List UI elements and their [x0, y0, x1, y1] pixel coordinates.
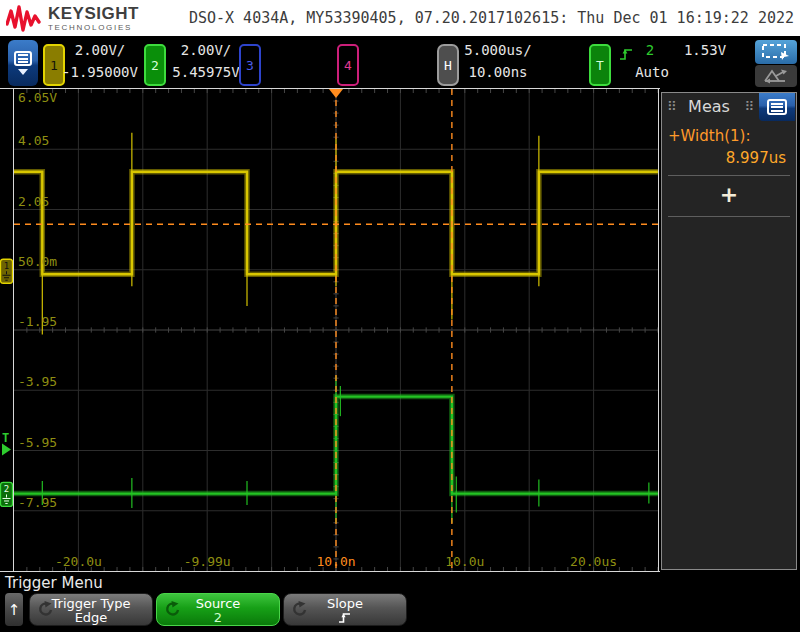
channel-3-button[interactable]: 3 [239, 44, 261, 86]
up-arrow-icon: ↑ [8, 601, 21, 619]
menu-back-button[interactable]: ↑ [5, 593, 23, 626]
v-scale-label: -1.95 [18, 315, 57, 329]
brand-sub: TECHNOLOGIES [48, 24, 139, 32]
channel-2-button[interactable]: 2 [144, 44, 166, 86]
v-scale-label: 2.05 [18, 195, 49, 209]
hamburger-icon [767, 99, 787, 115]
t-scale-label: 10.0n [306, 555, 366, 569]
rising-edge-icon [619, 46, 635, 62]
drag-handle-icon[interactable]: ⠿ [744, 99, 754, 114]
softkey-menu: Trigger Menu ↑ Trigger Type Edge Source … [0, 572, 800, 632]
status-bar: 1 2.00V/ -1.95000V 2 2.00V/ 5.45975V 3 4… [0, 36, 800, 88]
ch2-ground-marker[interactable]: 2 [1, 482, 13, 506]
marker-strip: 12T [0, 89, 13, 571]
separator [668, 216, 790, 217]
v-scale-label: -5.95 [18, 436, 57, 450]
svg-text:1: 1 [4, 261, 9, 271]
softkey-slope[interactable]: Slope [283, 593, 407, 626]
top-bar: KEYSIGHT TECHNOLOGIES DSO-X 4034A, MY533… [0, 0, 800, 36]
keysight-spark-icon [6, 4, 42, 32]
trigger-time-marker[interactable] [329, 89, 343, 98]
v-scale-label: 4.05 [18, 134, 49, 148]
measurement-panel-title: Meas [662, 97, 756, 116]
hamburger-icon [14, 51, 32, 66]
trigger-source: 2 [642, 42, 658, 58]
channel-4-button[interactable]: 4 [337, 44, 359, 86]
rotate-knob-icon [164, 600, 182, 618]
rectangle-zoom-button[interactable] [755, 40, 797, 64]
channel-2-offset[interactable]: 5.45975V [166, 64, 246, 80]
waveform-display: 12T 6.05V4.052.0550.0m-1.95-3.95-5.95-7.… [0, 88, 660, 572]
channel-1-offset[interactable]: -1.95000V [58, 64, 142, 80]
measurement-value: 8.997us [662, 145, 796, 175]
instrument-title: DSO-X 4034A, MY53390405, 07.20.201710261… [189, 9, 794, 27]
svg-text:T: T [2, 431, 9, 445]
rotate-knob-icon [37, 600, 55, 618]
selection-rect-icon [761, 43, 791, 61]
measurement-name: +Width(1): [662, 123, 796, 145]
v-scale-label: -3.95 [18, 375, 57, 389]
svg-text:2: 2 [4, 484, 9, 494]
add-measurement-button[interactable]: + [662, 176, 796, 216]
pan-arrows-icon [761, 68, 791, 84]
graticule[interactable]: 6.05V4.052.0550.0m-1.95-3.95-5.95-7.95-2… [13, 89, 659, 571]
trigger-button[interactable]: T [589, 44, 611, 86]
softkey-source[interactable]: Source 2 [156, 593, 280, 626]
chevron-down-icon [18, 69, 28, 75]
rotate-knob-icon [291, 600, 309, 618]
softkey-trigger-type[interactable]: Trigger Type Edge [29, 593, 153, 626]
main-menu-button[interactable] [8, 40, 38, 86]
v-scale-label: 50.0m [18, 255, 57, 269]
brand-name: KEYSIGHT [48, 5, 139, 22]
t-scale-label: -9.99u [177, 555, 237, 569]
measurement-panel-header: ⠿ Meas ⠿ [662, 93, 796, 123]
channel-markers: 12T [0, 89, 13, 571]
ch1-ground-marker[interactable]: 1 [1, 259, 13, 283]
menu-title: Trigger Menu [5, 574, 103, 592]
v-scale-label: -7.95 [18, 496, 57, 510]
t-scale-label: -20.0u [48, 555, 108, 569]
horizontal-delay[interactable]: 10.00ns [460, 64, 536, 80]
waveform-plot [14, 89, 658, 571]
trigger-level-marker[interactable]: T [2, 431, 11, 455]
trigger-level: 1.53V [680, 42, 730, 58]
channel-2-scale[interactable]: 2.00V/ [168, 42, 244, 58]
channel-1-scale[interactable]: 2.00V/ [62, 42, 138, 58]
waveform-pan-button[interactable] [755, 65, 797, 87]
v-scale-label: 6.05V [18, 91, 57, 105]
t-scale-label: 20.0us [564, 555, 624, 569]
oscilloscope-screen: KEYSIGHT TECHNOLOGIES DSO-X 4034A, MY533… [0, 0, 800, 632]
measurement-menu-button[interactable] [759, 93, 795, 121]
trigger-mode: Auto [628, 64, 676, 80]
rising-edge-icon [338, 611, 352, 624]
t-scale-label: 10.0u [435, 555, 495, 569]
horizontal-scale[interactable]: 5.000us/ [460, 42, 536, 58]
keysight-logo: KEYSIGHT TECHNOLOGIES [6, 4, 139, 32]
horizontal-button[interactable]: H [437, 44, 459, 86]
measurement-panel: ⠿ Meas ⠿ +Width(1): 8.997us + [661, 92, 797, 570]
